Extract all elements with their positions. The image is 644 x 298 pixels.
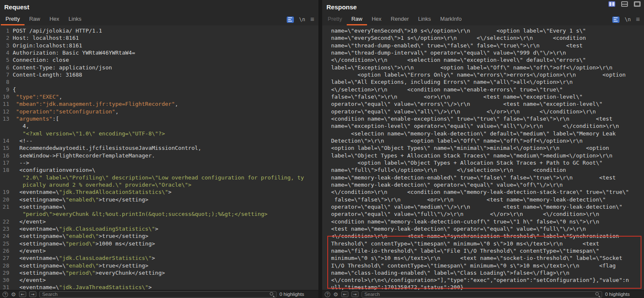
tab-markinfo[interactable]: MarkInfo: [436, 14, 466, 25]
request-panel-title: Request: [0, 0, 318, 14]
line-number: 13: [1, 115, 9, 122]
code-line: 28 <settingname=\"enabled\">true</settin…: [1, 262, 318, 269]
tab-pretty[interactable]: Pretty: [1, 14, 25, 25]
syntax-highlight-icon[interactable]: [612, 17, 619, 23]
editor-menu-icon[interactable]: [310, 16, 314, 23]
request-editor[interactable]: 1POST /api/jolokia/ HTTP/1.12Host: local…: [0, 25, 318, 290]
prev-match-button[interactable]: [19, 291, 26, 297]
code-line: 31 <eventname=\"jdk.JavaThreadStatistics…: [1, 284, 318, 290]
code-line: "period\">everyChunk &lt;%out.printIn(&q…: [1, 210, 318, 218]
layout-rows-button[interactable]: [621, 1, 628, 7]
layout-single-button[interactable]: [634, 1, 641, 7]
request-search-input[interactable]: [42, 292, 269, 297]
tab-links[interactable]: Links: [414, 14, 436, 25]
code-line: 6Content-Type: application/json: [1, 64, 318, 71]
line-number: 5: [1, 56, 9, 63]
line-number: 25: [1, 240, 9, 247]
response-tabbar: PrettyRawHexRenderLinksMarkInfo \n: [322, 14, 644, 25]
code-line: 8: [1, 78, 318, 86]
newline-toggle[interactable]: \n: [625, 17, 630, 22]
tab-raw[interactable]: Raw: [25, 14, 45, 25]
line-number: 27: [1, 254, 9, 262]
help-icon[interactable]: [325, 292, 330, 297]
line-number: 9: [1, 86, 9, 93]
request-search-box: [39, 291, 277, 298]
tab-raw[interactable]: Raw: [347, 14, 367, 25]
line-number: [1, 210, 9, 218]
request-panel: Request PrettyRawHexLinks \n 1POST /api/…: [0, 0, 318, 298]
code-line: Detection\">\r\n <option label=\"Off\" n…: [323, 137, 644, 144]
code-line: 1POST /api/jolokia/ HTTP/1.1: [1, 27, 318, 34]
code-line: name=\"thread-dump-enabled\" true=\"fals…: [323, 42, 644, 49]
line-number: 29: [1, 269, 9, 276]
code-line: 30 </event>: [1, 276, 318, 284]
code-line: name=\"memory-leak-detection\" operator=…: [323, 181, 644, 188]
tab-links[interactable]: Links: [64, 14, 86, 25]
code-line: 4Authorization: Basic YWRtaW46YWRtaW4=: [1, 49, 318, 56]
line-number: 18: [1, 166, 9, 174]
code-line: name=\"everySecond\">1 s<\/option>\r\n <…: [323, 34, 644, 41]
line-number: 28: [1, 262, 9, 269]
code-line: 19 <eventname=\"jdk.ThreadAllocationStat…: [1, 188, 318, 196]
settings-gear-icon[interactable]: [11, 292, 16, 297]
next-match-button[interactable]: [351, 291, 359, 297]
code-line: 12 "operation":"setConfiguration",: [1, 108, 318, 115]
editor-menu-icon[interactable]: [636, 16, 640, 23]
code-line: operator=\"equal\" value=\"errors\"\/>\r…: [323, 100, 644, 108]
code-line: 14 <!--: [1, 137, 318, 144]
code-line: <\/selection>\r\n <condition name=\"enab…: [323, 86, 644, 93]
code-line: <condition name=\"enable-exceptions\" tr…: [323, 115, 644, 122]
request-tabbar: PrettyRawHexLinks \n: [0, 14, 318, 25]
layout-columns-button[interactable]: [608, 1, 615, 7]
response-search-box: [362, 291, 602, 298]
prev-match-button[interactable]: [341, 291, 348, 297]
code-line: 20 <settingname=\"enabled\">true</settin…: [1, 196, 318, 203]
code-line: 29 <settingname=\"period\">everyChunk</s…: [1, 269, 318, 276]
line-number: [1, 174, 9, 181]
response-search-input[interactable]: [364, 292, 595, 297]
line-number: 20: [1, 196, 9, 203]
code-line: name=\"class-loading-enabled\" label=\"C…: [323, 269, 644, 276]
tab-pretty[interactable]: Pretty: [323, 14, 347, 25]
line-number: [1, 122, 9, 130]
code-line: name=\"exception-level\" operator=\"equa…: [323, 122, 644, 130]
request-search-bar: 0 highlights: [0, 290, 318, 298]
code-line: label=\"Exceptions\">\r\n <option label=…: [323, 64, 644, 71]
code-line: 24 <settingname=\"enabled\">true</settin…: [1, 232, 318, 240]
code-line: pically around 2 % overhead.\" provider=…: [1, 181, 318, 188]
code-line: 26 </event>: [1, 247, 318, 254]
tab-hex[interactable]: Hex: [367, 14, 386, 25]
code-line: 27 <eventname=\"jdk.ClassLoaderStatistic…: [1, 254, 318, 262]
response-editor[interactable]: name=\"everyTenSecond\">10 s<\/option>\r…: [322, 25, 644, 290]
line-number: 6: [1, 64, 9, 71]
code-line: 7Content-Length: 31688: [1, 71, 318, 78]
tab-hex[interactable]: Hex: [45, 14, 64, 25]
code-line: false=\"false\">\r\n <or>\r\n <test name…: [323, 93, 644, 100]
syntax-highlight-icon[interactable]: [287, 17, 294, 23]
line-number: 26: [1, 247, 9, 254]
line-number: 21: [1, 203, 9, 210]
response-highlights-count: 0 highlights: [605, 292, 641, 297]
response-search-bar: 0 highlights: [322, 290, 644, 298]
settings-gear-icon[interactable]: [333, 292, 338, 297]
help-icon[interactable]: [3, 292, 8, 297]
code-line: "<?xml version=\"1.0\" encoding=\"UTF-8\…: [1, 130, 318, 137]
newline-toggle[interactable]: \n: [299, 17, 305, 22]
response-panel: Response PrettyRawHexRenderLinksMarkInfo…: [322, 0, 644, 298]
code-line: 13 "arguments":[: [1, 115, 318, 122]
code-line: name=\"thread-dump-interval\" operator=\…: [323, 49, 644, 56]
line-number: 4: [1, 49, 9, 56]
line-number: 15: [1, 144, 9, 152]
code-line: operator=\"equal\" value=\"all\"\/>\r\n …: [323, 108, 644, 115]
layout-controls: [608, 1, 641, 7]
tab-render[interactable]: Render: [386, 14, 414, 25]
line-number: 10: [1, 93, 9, 100]
line-number: 7: [1, 71, 9, 78]
code-line: 15 Recommendedwaytoedit.jfcfilesistouseJ…: [1, 144, 318, 152]
code-line: <\/control>\r\n<\/configuration>"],"type…: [323, 276, 644, 284]
code-line: 11 "mbean":"jdk.management.jfr:type=Flig…: [1, 100, 318, 108]
code-line: name=\"everyTenSecond\">10 s<\/option>\r…: [323, 27, 644, 34]
code-line: <selection name=\"memory-leak-detection\…: [323, 130, 644, 137]
next-match-button[interactable]: [29, 291, 36, 297]
code-line: 3Origin:localhost:8161: [1, 42, 318, 49]
